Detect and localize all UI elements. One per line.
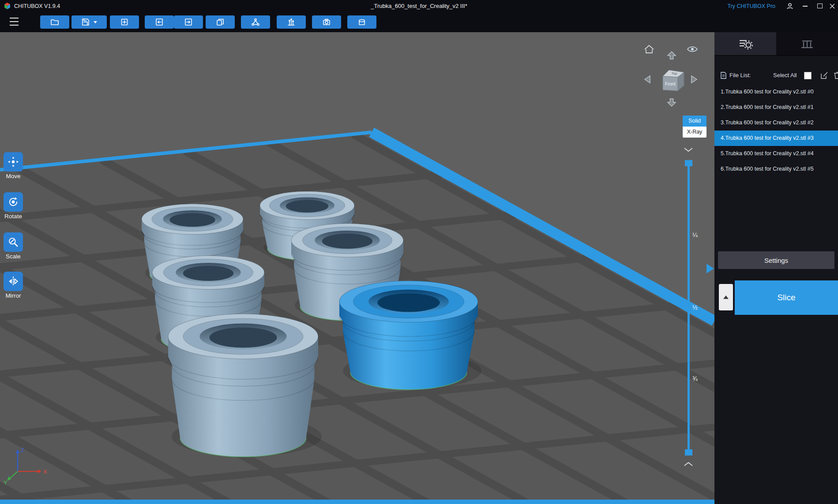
scene-canvas[interactable] bbox=[0, 32, 714, 500]
support-tab-icon bbox=[800, 37, 814, 50]
try-pro-link[interactable]: Try CHITUBOX Pro bbox=[727, 3, 775, 9]
arrow-right-icon bbox=[690, 75, 698, 84]
move-icon[interactable] bbox=[4, 152, 23, 172]
scale-icon[interactable] bbox=[4, 232, 23, 252]
file-list-label: File List: bbox=[729, 72, 751, 78]
auto-arrange-button[interactable] bbox=[241, 15, 270, 29]
titlebar: CHITUBOX V1.9.4 _Trubka_600_test_for_Cre… bbox=[0, 0, 838, 12]
chitubox-window: CHITUBOX V1.9.4 _Trubka_600_test_for_Cre… bbox=[0, 0, 838, 504]
chevron-down-icon[interactable] bbox=[94, 21, 97, 23]
file-list-item[interactable]: 3.Trubka 600 test for Creality v2.stl #2 bbox=[714, 115, 838, 131]
user-account-button[interactable] bbox=[782, 0, 797, 12]
save-icon bbox=[81, 18, 90, 26]
undo-button[interactable] bbox=[145, 15, 174, 29]
panel-tabs bbox=[714, 32, 838, 56]
close-button[interactable] bbox=[827, 0, 837, 12]
add-to-plate-button[interactable] bbox=[110, 15, 139, 29]
rotate-tool[interactable]: Rotate bbox=[1, 192, 26, 220]
file-list-header: File List: Select All bbox=[714, 71, 838, 81]
app-version-label: CHITUBOX V1.9.4 bbox=[14, 3, 60, 9]
minimize-icon bbox=[803, 6, 808, 7]
slider-handle-top[interactable] bbox=[685, 160, 692, 166]
add-to-plate-icon bbox=[120, 18, 129, 26]
move-label: Move bbox=[1, 173, 26, 179]
move-tool[interactable]: Move bbox=[1, 152, 26, 179]
slider-label-quarter: ¼ bbox=[692, 231, 698, 239]
z-axis-label: Z bbox=[21, 447, 24, 453]
rotate-label: Rotate bbox=[1, 213, 26, 220]
mirror-icon[interactable] bbox=[4, 272, 23, 291]
document-title: _Trubka_600_test_for_Creality_v2 III* bbox=[371, 3, 467, 9]
support-button[interactable] bbox=[277, 15, 306, 29]
view-cube[interactable]: Top Front bbox=[657, 67, 687, 95]
maximize-button[interactable] bbox=[812, 0, 827, 12]
slice-collapse-button[interactable] bbox=[719, 284, 733, 310]
maximize-icon bbox=[817, 4, 823, 8]
select-all-label: Select All bbox=[773, 72, 797, 78]
mirror-label: Mirror bbox=[1, 292, 26, 299]
folder-open-icon bbox=[50, 18, 59, 26]
arrow-left-icon bbox=[643, 75, 651, 84]
panel-collapse-arrow[interactable] bbox=[706, 264, 714, 273]
camera-icon bbox=[322, 18, 331, 26]
chevron-up-icon bbox=[723, 295, 729, 299]
undo-icon bbox=[155, 18, 164, 26]
slider-expand-icon[interactable] bbox=[683, 461, 694, 467]
app-logo-icon bbox=[4, 2, 11, 10]
right-panel: File List: Select All 1.Trubka 600 test … bbox=[714, 32, 838, 504]
settings-button[interactable]: Settings bbox=[718, 251, 834, 269]
scale-label: Scale bbox=[1, 253, 26, 260]
file-list-item[interactable]: 2.Trubka 600 test for Creality v2.stl #1 bbox=[714, 100, 838, 115]
slider-track[interactable] bbox=[688, 163, 690, 452]
mirror-tool[interactable]: Mirror bbox=[1, 272, 26, 299]
hollow-icon bbox=[357, 18, 366, 26]
redo-button[interactable] bbox=[174, 15, 203, 29]
hamburger-menu-button[interactable] bbox=[10, 18, 19, 26]
save-button[interactable] bbox=[71, 15, 107, 29]
tab-support[interactable] bbox=[776, 32, 838, 55]
file-list: 1.Trubka 600 test for Creality v2.stl #0… bbox=[714, 84, 838, 177]
auto-arrange-icon bbox=[251, 18, 260, 26]
screenshot-button[interactable] bbox=[312, 15, 341, 29]
trash-icon[interactable] bbox=[834, 71, 838, 79]
slider-collapse-icon[interactable] bbox=[683, 147, 694, 153]
home-view-button[interactable] bbox=[643, 44, 655, 55]
clone-button[interactable] bbox=[206, 15, 235, 29]
slider-handle-bottom[interactable] bbox=[685, 449, 692, 455]
titlebar-right: Try CHITUBOX Pro bbox=[727, 0, 837, 12]
file-icon bbox=[721, 72, 726, 79]
status-progress-bar bbox=[0, 500, 714, 504]
hollow-button[interactable] bbox=[347, 15, 376, 29]
solid-mode-button[interactable]: Solid bbox=[683, 116, 706, 127]
rotate-view-left-button[interactable] bbox=[643, 75, 651, 84]
minimize-button[interactable] bbox=[797, 0, 812, 12]
render-mode-toggle: Solid X-Ray bbox=[683, 116, 706, 138]
perspective-eye-icon bbox=[687, 45, 698, 53]
3d-viewport[interactable]: Move Rotate bbox=[0, 32, 714, 504]
select-all-checkbox[interactable] bbox=[804, 72, 812, 79]
rotate-view-up-button[interactable] bbox=[666, 51, 677, 60]
file-list-item[interactable]: 5.Trubka 600 test for Creality v2.stl #4 bbox=[714, 146, 838, 161]
open-file-button[interactable] bbox=[40, 15, 69, 29]
model[interactable] bbox=[168, 314, 322, 457]
view-cube-front-label: Front bbox=[665, 82, 676, 86]
tab-file-settings[interactable] bbox=[714, 32, 776, 55]
close-icon bbox=[830, 4, 835, 9]
rotate-view-right-button[interactable] bbox=[690, 75, 698, 84]
model-selected[interactable] bbox=[339, 281, 481, 390]
rotate-view-down-button[interactable] bbox=[666, 97, 677, 107]
perspective-button[interactable] bbox=[687, 45, 698, 53]
main-toolbar bbox=[0, 12, 838, 32]
file-list-item[interactable]: 4.Trubka 600 test for Creality v2.stl #3 bbox=[714, 131, 838, 146]
file-list-item[interactable]: 1.Trubka 600 test for Creality v2.stl #0 bbox=[714, 84, 838, 100]
scale-tool[interactable]: Scale bbox=[1, 232, 26, 260]
file-list-item[interactable]: 6.Trubka 600 test for Creality v2.stl #5 bbox=[714, 161, 838, 177]
axes-gizmo: Z X Y bbox=[3, 442, 60, 486]
xray-mode-button[interactable]: X-Ray bbox=[683, 127, 706, 138]
rotate-icon[interactable] bbox=[4, 192, 23, 212]
view-cube-top-label: Top bbox=[672, 71, 677, 75]
redo-icon bbox=[184, 18, 193, 26]
rename-icon[interactable] bbox=[820, 71, 828, 79]
slice-button[interactable]: Slice bbox=[735, 280, 838, 315]
clone-icon bbox=[216, 18, 225, 26]
